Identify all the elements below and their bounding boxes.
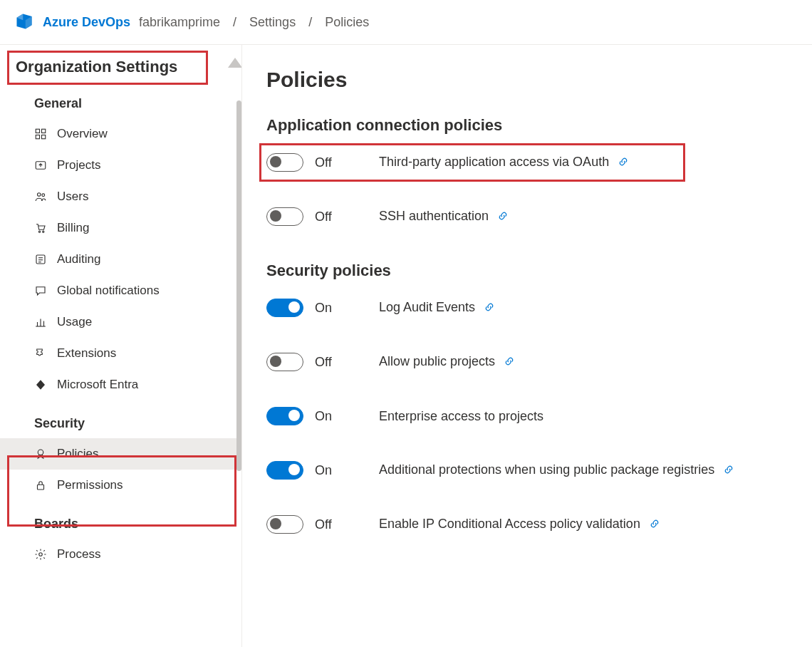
svg-rect-3	[42, 135, 46, 139]
svg-rect-2	[36, 135, 39, 139]
ribbon-icon	[34, 447, 47, 460]
link-icon[interactable]	[724, 463, 734, 478]
sidebar-section-general: General	[0, 86, 241, 118]
puzzle-icon	[34, 347, 47, 360]
sidebar-item-overview[interactable]: Overview	[0, 118, 241, 150]
link-icon[interactable]	[504, 355, 514, 370]
policy-row-audit: On Log Audit Events	[266, 299, 812, 317]
breadcrumb-bar: Azure DevOps fabrikamprime / Settings / …	[0, 0, 812, 44]
list-icon	[34, 253, 47, 266]
sidebar: Organization Settings General Overview P…	[0, 45, 242, 647]
upload-box-icon	[34, 159, 47, 172]
breadcrumb-separator: /	[233, 15, 236, 30]
sidebar-item-policies[interactable]: Policies	[0, 438, 241, 470]
policy-row-ipca: Off Enable IP Conditional Access policy …	[266, 515, 812, 534]
policy-row-public: Off Allow public projects	[266, 353, 812, 371]
scrollbar[interactable]	[236, 100, 241, 471]
chat-icon	[34, 284, 47, 297]
brand-link[interactable]: Azure DevOps	[43, 15, 130, 30]
sidebar-item-usage[interactable]: Usage	[0, 306, 241, 338]
sidebar-item-label: Microsoft Entra	[57, 378, 138, 392]
policy-row-ssh: Off SSH authentication	[266, 207, 812, 226]
sidebar-item-billing[interactable]: Billing	[0, 212, 241, 244]
azure-devops-logo-icon	[14, 11, 34, 33]
breadcrumb-policies[interactable]: Policies	[325, 15, 369, 30]
link-icon[interactable]	[650, 517, 660, 532]
bar-chart-icon	[34, 316, 47, 328]
toggle-state: Off	[315, 355, 379, 370]
sidebar-item-permissions[interactable]: Permissions	[0, 470, 241, 501]
policy-label: Third-party application access via OAuth	[379, 155, 628, 170]
cart-icon	[34, 222, 47, 234]
toggle-state: On	[315, 301, 379, 316]
toggle-packages[interactable]	[266, 461, 303, 480]
sidebar-item-extensions[interactable]: Extensions	[0, 338, 241, 369]
sidebar-item-users[interactable]: Users	[0, 181, 241, 212]
toggle-state: Off	[315, 155, 379, 170]
svg-point-7	[38, 231, 40, 232]
sidebar-item-label: Users	[57, 190, 88, 204]
sidebar-title: Organization Settings	[16, 58, 226, 76]
page-title: Policies	[266, 68, 812, 92]
toggle-state: Off	[315, 517, 379, 532]
policy-label: Enterprise access to projects	[379, 409, 543, 424]
toggle-ipca[interactable]	[266, 515, 303, 534]
toggle-oauth[interactable]	[266, 153, 303, 172]
svg-point-8	[43, 231, 44, 232]
breadcrumb-org[interactable]: fabrikamprime	[139, 15, 220, 30]
policy-row-packages: On Additional protections when using pub…	[266, 461, 812, 480]
policy-label: Allow public projects	[379, 354, 514, 370]
policy-label: SSH authentication	[379, 209, 508, 224]
sidebar-item-label: Usage	[57, 315, 92, 329]
toggle-state: Off	[315, 209, 379, 224]
sidebar-item-notifications[interactable]: Global notifications	[0, 275, 241, 306]
sidebar-item-label: Permissions	[57, 478, 123, 492]
sidebar-item-label: Global notifications	[57, 284, 160, 298]
toggle-ssh[interactable]	[266, 207, 303, 226]
link-icon[interactable]	[484, 301, 494, 316]
breadcrumb-settings[interactable]: Settings	[249, 15, 296, 30]
toggle-state: On	[315, 463, 379, 478]
policy-label: Enable IP Conditional Access policy vali…	[379, 517, 660, 532]
svg-rect-0	[36, 129, 39, 133]
sidebar-section-security: Security	[0, 400, 241, 438]
sidebar-item-auditing[interactable]: Auditing	[0, 244, 241, 275]
breadcrumb-separator: /	[308, 15, 312, 30]
section-heading-security: Security policies	[266, 262, 812, 280]
sidebar-item-label: Projects	[57, 158, 100, 172]
svg-point-19	[39, 553, 43, 557]
diamond-icon	[34, 378, 47, 391]
main-content: Policies Application connection policies…	[242, 45, 812, 647]
link-icon[interactable]	[498, 209, 508, 224]
policy-label: Additional protections when using public…	[379, 462, 734, 478]
sidebar-section-boards: Boards	[0, 501, 241, 539]
section-heading-application: Application connection policies	[266, 116, 812, 135]
gear-icon	[34, 548, 47, 561]
users-icon	[34, 190, 47, 203]
toggle-public[interactable]	[266, 353, 303, 371]
policy-label: Log Audit Events	[379, 300, 494, 316]
svg-rect-1	[42, 129, 46, 133]
sidebar-item-label: Process	[57, 547, 100, 561]
sidebar-item-label: Billing	[57, 221, 89, 235]
link-icon[interactable]	[618, 155, 628, 170]
policy-row-enterprise: On Enterprise access to projects	[266, 407, 812, 425]
sidebar-item-projects[interactable]: Projects	[0, 150, 241, 181]
toggle-enterprise[interactable]	[266, 407, 303, 425]
sidebar-item-label: Extensions	[57, 346, 116, 361]
sidebar-item-label: Overview	[57, 127, 108, 141]
policy-row-oauth: Off Third-party application access via O…	[266, 153, 812, 172]
lock-icon	[34, 479, 47, 492]
sidebar-item-label: Policies	[57, 447, 99, 461]
svg-point-5	[38, 193, 41, 197]
sidebar-item-label: Auditing	[57, 252, 100, 266]
svg-point-6	[42, 194, 45, 197]
toggle-state: On	[315, 409, 379, 424]
grid-icon	[34, 128, 47, 140]
sidebar-item-process[interactable]: Process	[0, 539, 241, 570]
sidebar-item-entra[interactable]: Microsoft Entra	[0, 369, 241, 400]
svg-rect-18	[38, 485, 44, 490]
toggle-audit[interactable]	[266, 299, 303, 317]
svg-point-17	[38, 450, 43, 455]
